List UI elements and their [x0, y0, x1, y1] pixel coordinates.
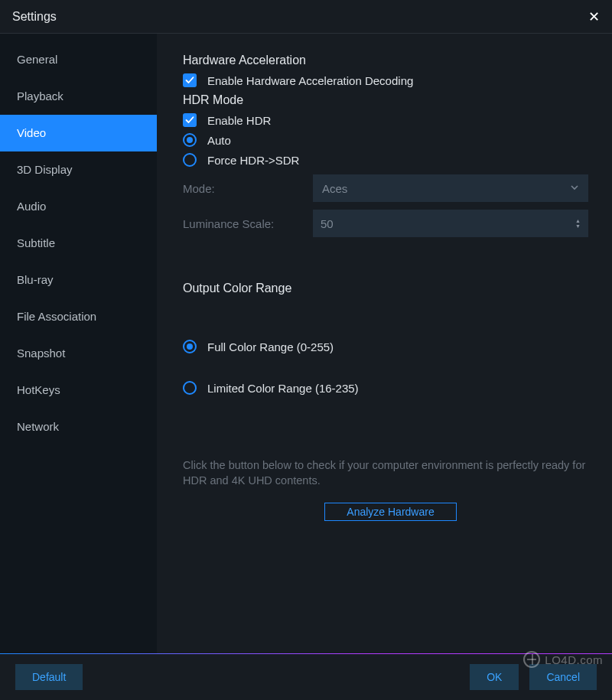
- section-hw-accel: Hardware Acceleration: [183, 54, 598, 67]
- close-icon[interactable]: ✕: [588, 8, 600, 25]
- label-hdr-auto: Auto: [207, 134, 231, 147]
- sidebar-item-file-association[interactable]: File Association: [0, 298, 157, 335]
- sidebar-item-network[interactable]: Network: [0, 409, 157, 445]
- label-mode: Mode:: [183, 182, 313, 195]
- sidebar-item-playback[interactable]: Playback: [0, 78, 157, 115]
- spinner-controls[interactable]: ▲ ▼: [575, 218, 581, 229]
- settings-window: Settings ✕ General Playback Video 3D Dis…: [0, 0, 612, 700]
- cancel-button[interactable]: Cancel: [529, 664, 597, 690]
- analyze-hardware-button[interactable]: Analyze Hardware: [324, 503, 456, 521]
- section-output-color-range: Output Color Range: [183, 282, 598, 295]
- select-mode-value: Aces: [322, 182, 570, 195]
- sidebar-item-bluray[interactable]: Blu-ray: [0, 262, 157, 298]
- sidebar-item-snapshot[interactable]: Snapshot: [0, 335, 157, 372]
- sidebar-item-subtitle[interactable]: Subtitle: [0, 225, 157, 262]
- chevron-down-icon: [570, 181, 579, 195]
- radio-hdr-auto[interactable]: [183, 133, 197, 147]
- radio-hdr-force-sdr[interactable]: [183, 153, 197, 167]
- sidebar-item-audio[interactable]: Audio: [0, 188, 157, 225]
- luminance-value: 50: [321, 217, 575, 230]
- spinner-down-icon[interactable]: ▼: [575, 223, 581, 229]
- content-pane: Hardware Acceleration Enable Hardware Ac…: [157, 34, 612, 653]
- sidebar-item-hotkeys[interactable]: HotKeys: [0, 372, 157, 409]
- sidebar-item-3d-display[interactable]: 3D Display: [0, 151, 157, 188]
- label-limited-color-range: Limited Color Range (16-235): [207, 382, 359, 395]
- default-button[interactable]: Default: [15, 664, 83, 690]
- select-mode[interactable]: Aces: [313, 174, 588, 202]
- sidebar-item-general[interactable]: General: [0, 41, 157, 78]
- checkbox-enable-hw-accel[interactable]: [183, 73, 197, 87]
- ok-button[interactable]: OK: [470, 664, 519, 690]
- footer: Default OK Cancel: [0, 654, 612, 700]
- label-hdr-force-sdr: Force HDR->SDR: [207, 154, 299, 167]
- sidebar: General Playback Video 3D Display Audio …: [0, 34, 157, 653]
- section-hdr-mode: HDR Mode: [183, 93, 598, 107]
- check-icon: [185, 116, 194, 125]
- label-luminance-scale: Luminance Scale:: [183, 217, 313, 230]
- radio-limited-color-range[interactable]: [183, 381, 197, 395]
- label-full-color-range: Full Color Range (0-255): [207, 340, 334, 353]
- body: General Playback Video 3D Display Audio …: [0, 34, 612, 653]
- input-luminance-scale[interactable]: 50 ▲ ▼: [313, 210, 588, 237]
- window-title: Settings: [12, 10, 57, 24]
- analyze-hint: Click the button below to check if your …: [183, 457, 598, 489]
- label-enable-hw-accel: Enable Hardware Acceleration Decoding: [207, 74, 413, 87]
- checkbox-enable-hdr[interactable]: [183, 113, 197, 127]
- spinner-up-icon[interactable]: ▲: [575, 218, 581, 223]
- radio-full-color-range[interactable]: [183, 340, 197, 353]
- check-icon: [185, 76, 194, 85]
- label-enable-hdr: Enable HDR: [207, 114, 271, 127]
- sidebar-item-video[interactable]: Video: [0, 115, 157, 151]
- titlebar: Settings ✕: [0, 0, 612, 34]
